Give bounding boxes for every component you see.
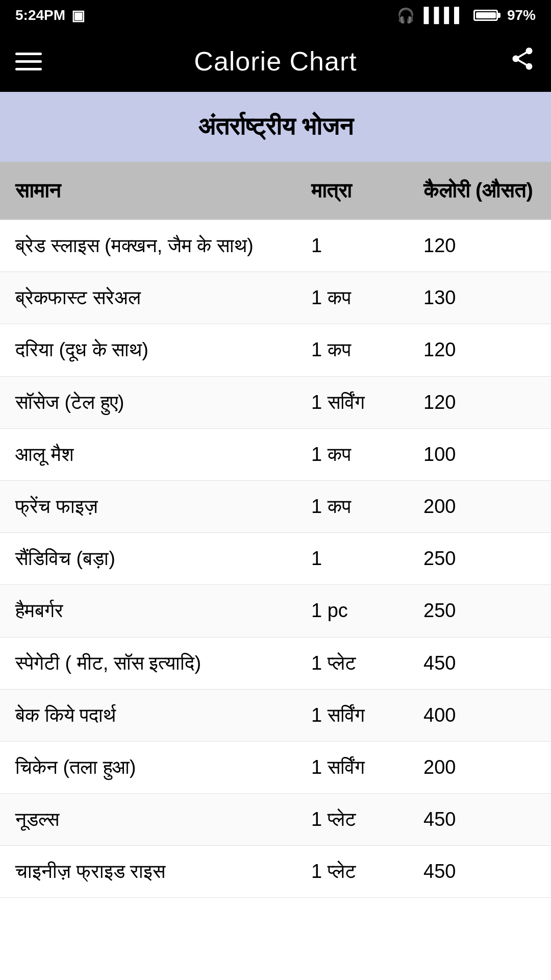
status-icon: ▣ xyxy=(71,7,85,24)
signal-icon: ▌▌▌▌ xyxy=(424,7,464,23)
food-name: ब्रेड स्लाइस (मक्खन, जैम के साथ) xyxy=(15,232,311,259)
food-quantity: 1 xyxy=(311,545,423,572)
main-content: अंतर्राष्ट्रीय भोजन सामान मात्रा कैलोरी … xyxy=(0,92,551,898)
table-row: ब्रेकफास्ट सरेअल 1 कप 130 xyxy=(0,272,551,324)
table-row: नूडल्स 1 प्लेट 450 xyxy=(0,794,551,846)
table-row: बेक किये पदार्थ 1 सर्विंग 400 xyxy=(0,690,551,742)
table-row: सैंडिविच (बड़ा) 1 250 xyxy=(0,533,551,585)
hamburger-line2 xyxy=(15,60,42,63)
status-right: 🎧 ▌▌▌▌ 97% xyxy=(397,7,536,24)
food-name: चाइनीज़ फ्राइड राइस xyxy=(15,858,311,885)
food-calories: 200 xyxy=(423,754,536,781)
food-calories: 450 xyxy=(423,858,536,885)
food-quantity: 1 प्लेट xyxy=(311,650,423,677)
table-row: स्पेगेटी ( मीट, सॉस इत्यादि) 1 प्लेट 450 xyxy=(0,638,551,690)
food-quantity: 1 प्लेट xyxy=(311,806,423,833)
food-calories: 120 xyxy=(423,336,536,363)
food-calories: 120 xyxy=(423,389,536,416)
food-name: सैंडिविच (बड़ा) xyxy=(15,545,311,572)
food-calories: 400 xyxy=(423,702,536,729)
food-quantity: 1 कप xyxy=(311,441,423,468)
food-name: चिकेन (तला हुआ) xyxy=(15,754,311,781)
table-body: ब्रेड स्लाइस (मक्खन, जैम के साथ) 1 120 ब… xyxy=(0,220,551,898)
food-quantity: 1 pc xyxy=(311,597,423,624)
col-header-quantity: मात्रा xyxy=(311,177,423,204)
col-header-item: सामान xyxy=(15,177,311,204)
food-name: आलू मैश xyxy=(15,441,311,468)
table-row: ब्रेड स्लाइस (मक्खन, जैम के साथ) 1 120 xyxy=(0,220,551,272)
food-name: फ्रेंच फाइज़ xyxy=(15,493,311,520)
battery-percent: 97% xyxy=(507,7,536,23)
food-name: सॉसेज (टेल हुए) xyxy=(15,389,311,416)
food-name: नूडल्स xyxy=(15,806,311,833)
table-row: फ्रेंच फाइज़ 1 कप 200 xyxy=(0,481,551,533)
table-row: दरिया (दूध के साथ) 1 कप 120 xyxy=(0,324,551,376)
category-header: अंतर्राष्ट्रीय भोजन xyxy=(0,92,551,162)
menu-button[interactable] xyxy=(15,53,42,70)
food-calories: 250 xyxy=(423,545,536,572)
food-name: बेक किये पदार्थ xyxy=(15,702,311,729)
food-quantity: 1 xyxy=(311,232,423,259)
food-calories: 450 xyxy=(423,650,536,677)
food-quantity: 1 कप xyxy=(311,493,423,520)
app-bar: Calorie Chart xyxy=(0,31,551,92)
app-title: Calorie Chart xyxy=(194,46,357,77)
food-calories: 120 xyxy=(423,232,536,259)
col-header-calories: कैलोरी (औसत) xyxy=(423,177,536,204)
headphone-icon: 🎧 xyxy=(397,7,415,24)
table-row: आलू मैश 1 कप 100 xyxy=(0,429,551,481)
status-left: 5:24PM ▣ xyxy=(15,7,85,24)
table-row: सॉसेज (टेल हुए) 1 सर्विंग 120 xyxy=(0,377,551,429)
food-name: हैमबर्गर xyxy=(15,597,311,624)
status-bar: 5:24PM ▣ 🎧 ▌▌▌▌ 97% xyxy=(0,0,551,31)
hamburger-line1 xyxy=(15,53,42,55)
food-calories: 450 xyxy=(423,806,536,833)
table-row: चिकेन (तला हुआ) 1 सर्विंग 200 xyxy=(0,742,551,794)
food-quantity: 1 सर्विंग xyxy=(311,754,423,781)
food-quantity: 1 सर्विंग xyxy=(311,389,423,416)
table-header: सामान मात्रा कैलोरी (औसत) xyxy=(0,162,551,220)
food-calories: 250 xyxy=(423,597,536,624)
food-calories: 200 xyxy=(423,493,536,520)
food-name: स्पेगेटी ( मीट, सॉस इत्यादि) xyxy=(15,650,311,677)
food-quantity: 1 कप xyxy=(311,336,423,363)
food-name: दरिया (दूध के साथ) xyxy=(15,336,311,363)
food-quantity: 1 प्लेट xyxy=(311,858,423,885)
food-calories: 100 xyxy=(423,441,536,468)
food-quantity: 1 कप xyxy=(311,284,423,311)
share-button[interactable] xyxy=(509,45,536,78)
food-name: ब्रेकफास्ट सरेअल xyxy=(15,284,311,311)
hamburger-line3 xyxy=(15,68,42,70)
category-title: अंतर्राष्ट्रीय भोजन xyxy=(198,113,353,140)
time-display: 5:24PM xyxy=(15,7,65,23)
battery-icon xyxy=(473,10,498,21)
table-row: चाइनीज़ फ्राइड राइस 1 प्लेट 450 xyxy=(0,846,551,898)
food-quantity: 1 सर्विंग xyxy=(311,702,423,729)
food-calories: 130 xyxy=(423,284,536,311)
table-row: हैमबर्गर 1 pc 250 xyxy=(0,585,551,637)
